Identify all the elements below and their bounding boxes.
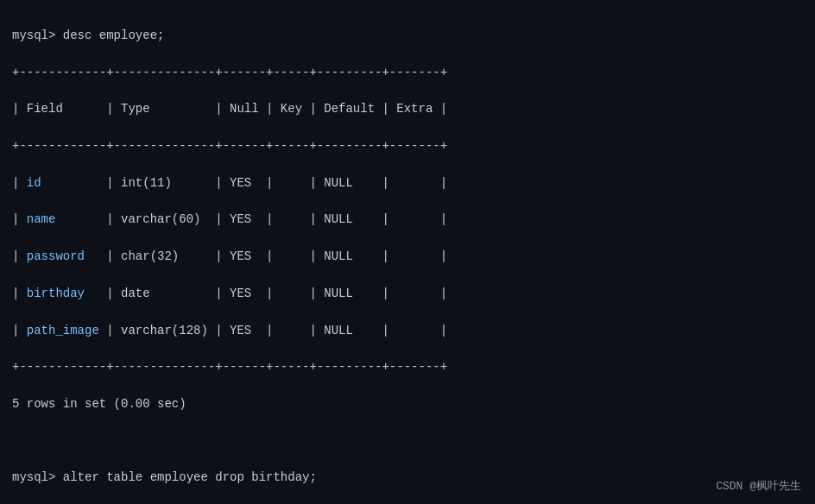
line-4: +------------+--------------+------+----… — [12, 137, 803, 156]
line-2: +------------+--------------+------+----… — [12, 64, 803, 83]
line-11: 5 rows in set (0.00 sec) — [12, 395, 803, 414]
line-10: +------------+--------------+------+----… — [12, 358, 803, 377]
line-6: | name | varchar(60) | YES | | NULL | | — [12, 211, 803, 230]
terminal-window: mysql> desc employee; +------------+----… — [0, 0, 815, 504]
line-12 — [12, 432, 803, 451]
line-1: mysql> desc employee; — [12, 27, 803, 46]
line-8: | birthday | date | YES | | NULL | | — [12, 285, 803, 304]
terminal-output: mysql> desc employee; +------------+----… — [12, 9, 803, 504]
line-9: | path_image | varchar(128) | YES | | NU… — [12, 322, 803, 341]
line-3: | Field | Type | Null | Key | Default | … — [12, 100, 803, 119]
watermark: CSDN @枫叶先生 — [716, 478, 801, 494]
line-7: | password | char(32) | YES | | NULL | | — [12, 248, 803, 267]
line-5: | id | int(11) | YES | | NULL | | — [12, 174, 803, 193]
line-13: mysql> alter table employee drop birthda… — [12, 469, 803, 488]
